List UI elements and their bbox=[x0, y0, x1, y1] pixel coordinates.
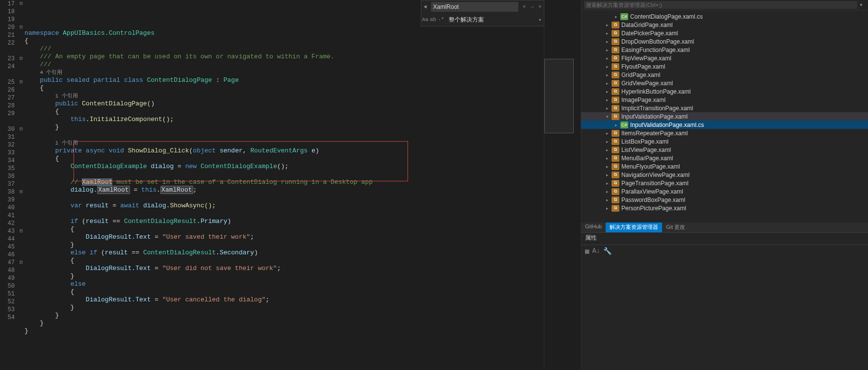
tree-item-label: FlyoutPage.xaml bbox=[621, 63, 665, 70]
tree-item-label: InputValidationPage.xaml.cs bbox=[630, 122, 704, 128]
twist-icon[interactable]: ▸ bbox=[605, 131, 610, 136]
editor-scrollbar[interactable] bbox=[574, 0, 581, 370]
chevron-down-icon[interactable]: ▾ bbox=[536, 17, 544, 23]
categorize-icon[interactable]: ▦ bbox=[585, 247, 589, 255]
bottom-tabs[interactable]: GitHub解决方案资源管理器Git 更改 bbox=[581, 222, 868, 232]
match-case-icon[interactable]: Aa bbox=[421, 17, 429, 23]
twist-icon[interactable]: ▸ bbox=[605, 23, 610, 27]
twist-icon[interactable]: ▸ bbox=[605, 64, 610, 69]
find-widget[interactable]: ◄ × → × Aa ab ·* ▾ bbox=[421, 0, 544, 26]
file-xaml-icon: ⧉ bbox=[612, 80, 619, 87]
tree-item-label: EasingFunctionPage.xaml bbox=[621, 47, 689, 53]
twist-icon[interactable]: ▸ bbox=[605, 81, 610, 86]
tree-item[interactable]: ▸ ⧉ ListBoxPage.xaml bbox=[581, 137, 868, 146]
tree-item-label: MenuBarPage.xaml bbox=[621, 155, 673, 162]
file-cs-icon: C# bbox=[620, 13, 628, 20]
properties-title: 属性 bbox=[581, 233, 868, 245]
tree-item[interactable]: ▸ ⧉ ParallaxViewPage.xaml bbox=[581, 187, 868, 196]
tree-item[interactable]: ▸ C# ContentDialogPage.xaml.cs bbox=[581, 12, 868, 21]
tree-item[interactable]: ▸ ⧉ ItemsRepeaterPage.xaml bbox=[581, 129, 868, 137]
tree-item[interactable]: ▸ ⧉ DatePickerPage.xaml bbox=[581, 29, 868, 37]
twist-icon[interactable]: ▸ bbox=[605, 98, 610, 102]
tree-item[interactable]: ▸ ⧉ MenuBarPage.xaml bbox=[581, 154, 868, 162]
tree-item[interactable]: ▸ ⧉ FlipViewPage.xaml bbox=[581, 54, 868, 62]
file-xaml-icon: ⧉ bbox=[612, 147, 619, 153]
tree-item[interactable]: ▸ ⧉ DropDownButtonPage.xaml bbox=[581, 37, 868, 46]
panel-tab[interactable]: 解决方案资源管理器 bbox=[606, 222, 662, 232]
wrench-icon[interactable]: 🔧 bbox=[603, 247, 612, 255]
twist-icon[interactable]: ▸ bbox=[605, 31, 610, 36]
sort-icon[interactable]: A↓ bbox=[592, 247, 600, 255]
twist-icon[interactable]: ▸ bbox=[605, 73, 610, 77]
solution-tree[interactable]: ▸ C# ContentDialogPage.xaml.cs▸ ⧉ DataGr… bbox=[581, 10, 868, 222]
pin-icon[interactable]: → bbox=[528, 4, 536, 10]
twist-icon[interactable]: ▸ bbox=[605, 148, 610, 152]
panel-tab[interactable]: Git 更改 bbox=[662, 222, 689, 232]
file-xaml-icon: ⧉ bbox=[612, 180, 619, 187]
close-icon[interactable]: × bbox=[520, 4, 528, 10]
match-word-icon[interactable]: ab bbox=[429, 17, 437, 23]
twist-icon[interactable]: ▸ bbox=[605, 197, 610, 202]
tree-item[interactable]: ▸ ⧉ FlyoutPage.xaml bbox=[581, 62, 868, 71]
tree-item-label: ImplicitTransitionPage.xaml bbox=[621, 105, 693, 112]
tree-item[interactable]: ▸ ⧉ HyperlinkButtonPage.xaml bbox=[581, 87, 868, 96]
find-input[interactable] bbox=[431, 2, 518, 12]
tree-item-label: ItemsRepeaterPage.xaml bbox=[621, 130, 688, 137]
file-xaml-icon: ⧉ bbox=[612, 205, 619, 212]
file-xaml-icon: ⧉ bbox=[612, 163, 619, 170]
properties-toolbar: ▦ A↓ 🔧 bbox=[581, 245, 868, 257]
twist-icon[interactable]: ▸ bbox=[613, 123, 618, 127]
twist-icon[interactable]: ▸ bbox=[605, 164, 610, 169]
twist-icon[interactable]: ▸ bbox=[605, 39, 610, 44]
tree-item[interactable]: ▸ ⧉ GridViewPage.xaml bbox=[581, 79, 868, 87]
tree-item-label: InputValidationPage.xaml bbox=[621, 113, 688, 120]
tree-item-label: ParallaxViewPage.xaml bbox=[621, 188, 683, 195]
tree-item[interactable]: ▸ ⧉ ImagePage.xaml bbox=[581, 96, 868, 104]
tree-item[interactable]: ▸ ⧉ EasingFunctionPage.xaml bbox=[581, 46, 868, 54]
twist-icon[interactable]: ▸ bbox=[605, 139, 610, 144]
panel-tab[interactable]: GitHub bbox=[581, 222, 606, 232]
twist-icon[interactable]: ▸ bbox=[605, 156, 610, 161]
close-icon[interactable]: × bbox=[536, 4, 544, 10]
find-scope-select[interactable] bbox=[447, 15, 534, 25]
file-xaml-icon: ⧉ bbox=[612, 172, 619, 178]
tree-item[interactable]: ▸ ⧉ NavigationViewPage.xaml bbox=[581, 171, 868, 179]
tree-item[interactable]: ▾ ⧉ InputValidationPage.xaml bbox=[581, 112, 868, 121]
solution-search-input[interactable] bbox=[584, 1, 857, 9]
twist-icon[interactable]: ▸ bbox=[605, 48, 610, 52]
tree-item[interactable]: ▸ ⧉ DataGridPage.xaml bbox=[581, 21, 868, 29]
file-xaml-icon: ⧉ bbox=[612, 113, 619, 120]
minimap-viewport[interactable] bbox=[544, 59, 574, 133]
twist-icon[interactable]: ▸ bbox=[605, 206, 610, 211]
editor-text-area[interactable]: namespace AppUIBasics.ControlPages{ /// … bbox=[25, 0, 544, 370]
tree-item[interactable]: ▸ ⧉ PageTransitionPage.xaml bbox=[581, 179, 868, 187]
tree-item-label: ListViewPage.xaml bbox=[621, 147, 671, 153]
twist-icon[interactable]: ▸ bbox=[605, 106, 610, 111]
tree-item[interactable]: ▸ ⧉ GridPage.xaml bbox=[581, 71, 868, 79]
twist-icon[interactable]: ▸ bbox=[613, 14, 618, 19]
file-cs-icon: C# bbox=[620, 122, 628, 128]
tree-item[interactable]: ▸ ⧉ PasswordBoxPage.xaml bbox=[581, 196, 868, 204]
twist-icon[interactable]: ▸ bbox=[605, 56, 610, 61]
code-editor[interactable]: 1718192021222324252627282930313233343536… bbox=[0, 0, 581, 370]
twist-icon[interactable]: ▸ bbox=[605, 181, 610, 186]
file-xaml-icon: ⧉ bbox=[612, 47, 619, 53]
tree-item-label: ListBoxPage.xaml bbox=[621, 138, 668, 145]
chevron-left-icon[interactable]: ◄ bbox=[421, 4, 429, 10]
tree-item-label: ContentDialogPage.xaml.cs bbox=[630, 13, 703, 20]
twist-icon[interactable]: ▸ bbox=[605, 173, 610, 177]
regex-icon[interactable]: ·* bbox=[437, 17, 445, 23]
tree-item[interactable]: ▸ ⧉ PersonPicturePage.xaml bbox=[581, 204, 868, 212]
twist-icon[interactable]: ▸ bbox=[605, 189, 610, 194]
file-xaml-icon: ⧉ bbox=[612, 55, 619, 62]
minimap[interactable] bbox=[544, 0, 574, 370]
tree-item[interactable]: ▸ ⧉ ImplicitTransitionPage.xaml bbox=[581, 104, 868, 112]
twist-icon[interactable]: ▸ bbox=[605, 89, 610, 94]
twist-icon[interactable]: ▾ bbox=[605, 114, 610, 119]
tree-item[interactable]: ▸ ⧉ ListViewPage.xaml bbox=[581, 146, 868, 154]
fold-gutter[interactable]: ⊟⊟⊟⊟⊟⊟⊟⊟ bbox=[18, 0, 25, 370]
tree-item[interactable]: ▸ ⧉ MenuFlyoutPage.xaml bbox=[581, 162, 868, 171]
tree-item[interactable]: ▸ C# InputValidationPage.xaml.cs bbox=[581, 121, 868, 129]
tree-item-label: PageTransitionPage.xaml bbox=[621, 180, 689, 187]
dropdown-icon[interactable]: ▾ bbox=[857, 1, 865, 9]
